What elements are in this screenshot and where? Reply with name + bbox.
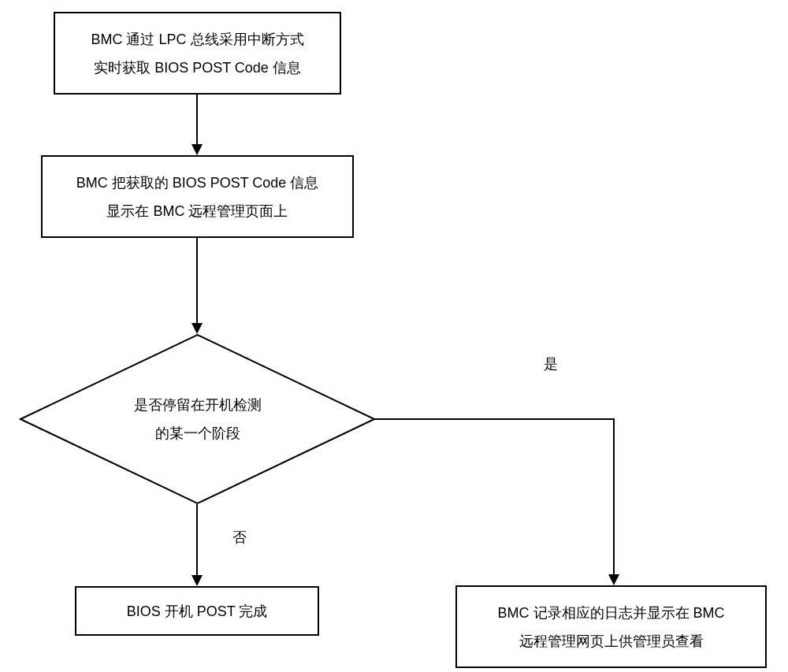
arrowhead-2-decision xyxy=(191,323,203,334)
decision-text: 是否停留在开机检测 的某一个阶段 xyxy=(134,391,262,447)
step-1-box: BMC 通过 LPC 总线采用中断方式 实时获取 BIOS POST Code … xyxy=(54,12,341,95)
step-yes-box: BMC 记录相应的日志并显示在 BMC 远程管理网页上供管理员查看 xyxy=(455,585,767,668)
arrow-1-2 xyxy=(196,95,198,146)
step-2-text-line1: BMC 把获取的 BIOS POST Code 信息 xyxy=(76,169,319,197)
step-2-box: BMC 把获取的 BIOS POST Code 信息 显示在 BMC 远程管理页… xyxy=(41,155,354,238)
arrowhead-no xyxy=(191,575,203,586)
arrow-yes-h xyxy=(374,418,615,420)
step-yes-text-line2: 远程管理网页上供管理员查看 xyxy=(519,627,704,655)
decision-text-line1: 是否停留在开机检测 xyxy=(134,397,262,413)
decision-diamond: 是否停留在开机检测 的某一个阶段 xyxy=(19,333,376,505)
step-no-box: BIOS 开机 POST 完成 xyxy=(75,586,319,636)
label-no: 否 xyxy=(232,528,247,547)
step-no-text: BIOS 开机 POST 完成 xyxy=(127,597,268,626)
arrowhead-yes xyxy=(608,574,619,585)
step-2-text-line2: 显示在 BMC 远程管理页面上 xyxy=(106,197,288,225)
arrowhead-1-2 xyxy=(191,144,203,155)
decision-text-line2: 的某一个阶段 xyxy=(155,425,240,441)
arrow-yes-v xyxy=(613,418,615,576)
arrow-no xyxy=(196,504,198,577)
step-1-text-line1: BMC 通过 LPC 总线采用中断方式 xyxy=(91,25,303,54)
step-yes-text-line1: BMC 记录相应的日志并显示在 BMC xyxy=(498,599,725,627)
step-1-text-line2: 实时获取 BIOS POST Code 信息 xyxy=(94,54,301,82)
label-yes: 是 xyxy=(544,355,558,373)
arrow-2-decision xyxy=(196,238,198,325)
